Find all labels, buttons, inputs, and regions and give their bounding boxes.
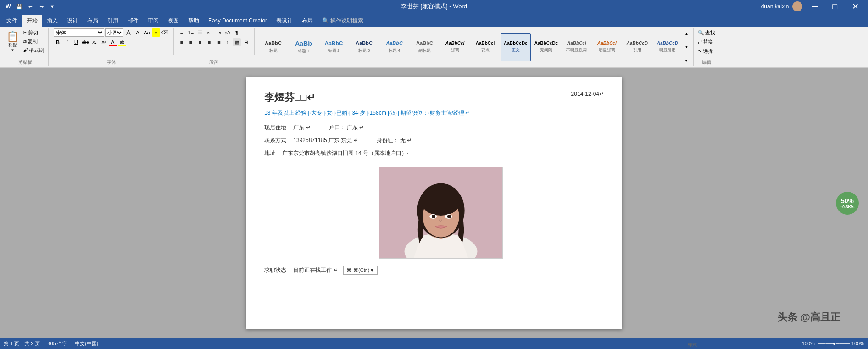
tab-table-design[interactable]: 表设计 xyxy=(272,15,297,27)
svg-point-10 xyxy=(447,215,451,218)
document-page[interactable]: 李煜芬□□↵ 2014-12-04↵ 13 年及以上·经验·|·大专·|·女·|… xyxy=(246,77,622,329)
shading-button[interactable]: ▩ xyxy=(233,38,241,46)
tab-layout[interactable]: 布局 xyxy=(83,15,103,27)
style-normal[interactable]: AaBbCcDc 正文 xyxy=(501,33,531,61)
style-keypoints[interactable]: AaBbCcl 要点 xyxy=(470,33,500,61)
underline-button[interactable]: U xyxy=(72,38,80,46)
multilevel-button[interactable]: ☰ xyxy=(196,28,204,37)
styles-label: 样式 xyxy=(258,341,868,348)
bold-button[interactable]: B xyxy=(54,38,62,46)
portrait-svg xyxy=(379,167,502,259)
format-painter-icon: 🖌 xyxy=(23,47,28,53)
select-button[interactable]: ↖ 选择 xyxy=(696,47,714,55)
font-group: 宋体 小四 A A Aa A ⌫ B I U abc X₂ X² A ab xyxy=(51,28,172,66)
change-case-button[interactable]: Aa xyxy=(143,28,151,37)
style-heading2[interactable]: AaBbC 标题 2 xyxy=(319,33,349,61)
show-hide-button[interactable]: ¶ xyxy=(233,28,241,37)
customize-button[interactable]: ▼ xyxy=(48,2,57,11)
style-gallery: AaBbC 标题 AaBb 标题 1 AaBbC 标题 2 AaBbC 标题 3… xyxy=(258,28,682,66)
tab-mailings[interactable]: 邮件 xyxy=(123,15,143,27)
numbering-button[interactable]: 1≡ xyxy=(187,28,195,37)
style-heading4[interactable]: AaBbC 标题 4 xyxy=(379,33,409,61)
info-row-2: 联系方式： 13925871185 广东 东莞 ↵ 身份证： 无 ↵ xyxy=(264,135,604,146)
style-subtle[interactable]: AaBbCcl 不明显强调 xyxy=(562,33,591,61)
align-left-button[interactable]: ≡ xyxy=(178,38,186,46)
restore-button[interactable]: □ xyxy=(827,0,843,13)
tab-review[interactable]: 审阅 xyxy=(143,15,163,27)
tab-home[interactable]: 开始 xyxy=(22,15,42,27)
bullets-button[interactable]: ≡ xyxy=(178,28,186,37)
redo-button[interactable]: ↪ xyxy=(37,2,46,11)
svg-point-9 xyxy=(432,215,435,218)
line-spacing-button[interactable]: ↕ xyxy=(223,38,232,46)
style-scroll-down[interactable]: ▼ xyxy=(682,43,690,51)
undo-button[interactable]: ↩ xyxy=(26,2,35,11)
title-bar-left: W 💾 ↩ ↪ ▼ xyxy=(4,2,57,11)
superscript-button[interactable]: X² xyxy=(100,38,108,46)
replace-icon: ⇄ xyxy=(698,39,702,45)
style-heading3[interactable]: AaBbC 标题 3 xyxy=(349,33,379,61)
justify-button[interactable]: ≡ xyxy=(205,38,213,46)
tab-file[interactable]: 文件 xyxy=(2,15,22,27)
style-nospace[interactable]: AaBbCcDc 无间隔 xyxy=(531,33,562,61)
font-color-button[interactable]: A xyxy=(109,38,117,46)
style-intense-quote[interactable]: AaBbCcD 明显引用 xyxy=(652,33,682,61)
tab-help[interactable]: 帮助 xyxy=(184,15,204,27)
resume-info: 现居住地： 广东 ↵ 户口： 广东 ↵ 联系方式： 13925871185 广东… xyxy=(264,122,604,159)
replace-button[interactable]: ⇄ 替换 xyxy=(696,38,714,46)
tab-design[interactable]: 设计 xyxy=(62,15,83,27)
seek-status: 求职状态： 目前正在找工作 ↵ ⌘ ⌘(Ctrl)▼ xyxy=(264,266,604,275)
residence-label: 现居住地： 广东 ↵ xyxy=(264,122,311,133)
watermark: 头条 @高且正 xyxy=(777,310,840,324)
font-row-1: 宋体 小四 A A Aa A ⌫ xyxy=(54,28,169,37)
sort-button[interactable]: ↕A xyxy=(223,28,232,37)
style-emphasis[interactable]: AaBbCcl 强调 xyxy=(440,33,470,61)
copy-button[interactable]: ⧉ 复制 xyxy=(22,37,45,45)
style-quote[interactable]: AaBbCcD 引用 xyxy=(622,33,652,61)
font-size-select[interactable]: 小四 xyxy=(105,28,123,37)
style-scroll-up[interactable]: ▲ xyxy=(682,29,690,38)
decrease-font-button[interactable]: A xyxy=(134,28,142,37)
strikethrough-button[interactable]: abc xyxy=(81,38,89,46)
increase-font-button[interactable]: A xyxy=(124,28,133,37)
style-heading[interactable]: AaBbC 标题 xyxy=(258,33,288,61)
tab-view[interactable]: 视图 xyxy=(163,15,184,27)
cut-icon: ✂ xyxy=(23,30,27,36)
word-count: 405 个字 xyxy=(47,340,67,347)
font-label: 字体 xyxy=(54,58,169,66)
column-break-button[interactable]: |≡ xyxy=(214,38,223,46)
align-center-button[interactable]: ≡ xyxy=(187,38,195,46)
find-button[interactable]: 🔍 查找 xyxy=(696,28,717,37)
subscript-button[interactable]: X₂ xyxy=(90,38,99,46)
clipboard-label: 剪贴板 xyxy=(5,58,45,66)
close-button[interactable]: ✕ xyxy=(846,0,864,13)
align-right-button[interactable]: ≡ xyxy=(196,38,204,46)
format-painter-button[interactable]: 🖌 格式刷 xyxy=(22,46,45,54)
cut-button[interactable]: ✂ 剪切 xyxy=(22,28,45,37)
tab-table-layout[interactable]: 布局 xyxy=(297,15,317,27)
tab-easy-doc[interactable]: Easy Document Creator xyxy=(204,15,272,27)
style-subtitle[interactable]: AaBbC 副标题 xyxy=(410,33,440,61)
style-intense[interactable]: AaBbCcl 明显强调 xyxy=(592,33,622,61)
info-row-3: 地址： 广东东莞市胡亮镇沙湖口旧围 14 号（属本地户口）· xyxy=(264,148,604,159)
paste-button[interactable]: 📋 粘贴 ▼ xyxy=(5,28,21,55)
minimize-button[interactable]: ─ xyxy=(806,0,823,13)
clipboard-content: 📋 粘贴 ▼ ✂ 剪切 ⧉ 复制 🖌 格式刷 xyxy=(5,28,45,58)
highlight-button[interactable]: ab xyxy=(118,38,126,46)
save-button[interactable]: 💾 xyxy=(15,2,24,11)
tab-search[interactable]: 🔍 操作说明搜索 xyxy=(317,15,368,27)
paste-options-button[interactable]: ⌘ ⌘(Ctrl)▼ xyxy=(343,266,378,275)
decrease-indent-button[interactable]: ⇤ xyxy=(205,28,213,37)
tab-insert[interactable]: 插入 xyxy=(42,15,62,27)
borders-button[interactable]: ⊞ xyxy=(242,38,250,46)
select-icon: ↖ xyxy=(698,48,702,54)
style-heading1[interactable]: AaBb 标题 1 xyxy=(289,33,318,61)
style-more[interactable]: ▾ xyxy=(682,56,690,65)
increase-indent-button[interactable]: ⇥ xyxy=(214,28,223,37)
copy-icon: ⧉ xyxy=(23,39,27,44)
font-family-select[interactable]: 宋体 xyxy=(54,28,104,37)
clear-format-button[interactable]: ⌫ xyxy=(161,28,169,37)
italic-button[interactable]: I xyxy=(63,38,71,46)
font-color-highlight[interactable]: A xyxy=(152,28,160,37)
tab-references[interactable]: 引用 xyxy=(103,15,123,27)
